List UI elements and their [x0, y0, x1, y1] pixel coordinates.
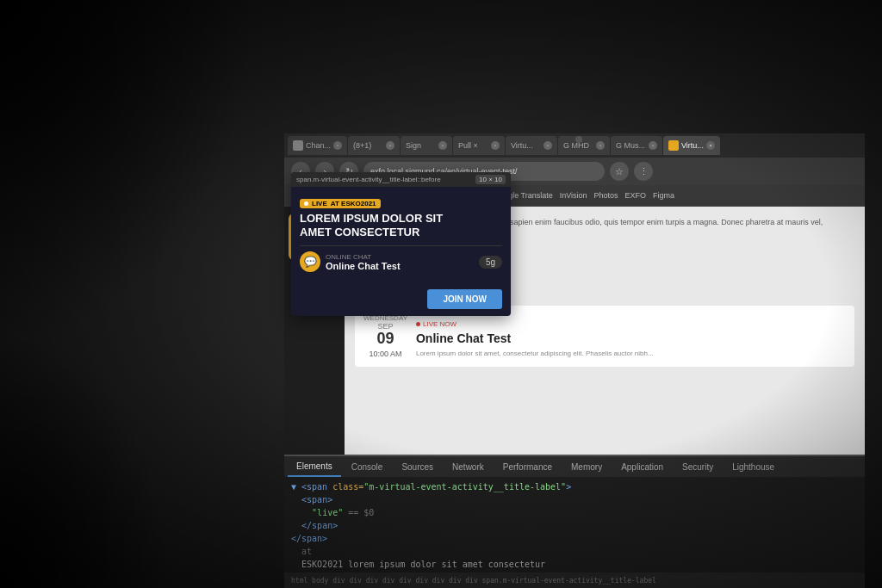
tab-close-icon[interactable]: × [649, 141, 657, 150]
devtools-line: <span> [291, 493, 858, 506]
event-details: LIVE NOW Online Chat Test Lorem ipsum do… [416, 314, 846, 358]
tab-close-icon[interactable]: × [543, 141, 552, 150]
devtools-tab-lighthouse[interactable]: Lighthouse [724, 456, 783, 477]
bookmarks-button[interactable]: ☆ [610, 162, 629, 181]
session-info: ONLINE CHAT Online Chat Test [326, 253, 474, 271]
devtools-tab-network[interactable]: Network [444, 456, 493, 477]
devtools-tab-sources[interactable]: Sources [393, 456, 442, 477]
event-description: Lorem ipsum dolor sit amet, consectetur … [416, 349, 846, 358]
activity-overlay: span.m-virtual-event-activity__title-lab… [291, 172, 511, 316]
tab-sign[interactable]: Sign × [401, 136, 452, 155]
tab-chan[interactable]: Chan... × [288, 136, 347, 155]
tab-favicon [293, 140, 303, 151]
monitor-frame: Chan... × (8+1) × Sign × Pull × × Virtu.… [0, 0, 882, 588]
activity-live-badge: LIVE AT ESKO2021 [300, 199, 381, 208]
devtools-tabs: Elements Console Sources Network Perform… [284, 456, 865, 477]
session-type: ONLINE CHAT [326, 253, 474, 261]
session-name: Online Chat Test [326, 261, 474, 271]
devtools-tab-console[interactable]: Console [343, 456, 392, 477]
devtools-tab-memory[interactable]: Memory [562, 456, 611, 477]
event-live-badge: LIVE NOW [416, 320, 457, 328]
devtools-tab-security[interactable]: Security [674, 456, 722, 477]
devtools-status-bar: html body div div div div div div div di… [284, 573, 865, 588]
event-title: Online Chat Test [416, 331, 846, 345]
devtools-tab-elements[interactable]: Elements [288, 456, 341, 477]
devtools-panel: Elements Console Sources Network Perform… [284, 455, 865, 588]
tab-mus[interactable]: G Mus... × [611, 136, 662, 155]
tab-mhd[interactable]: G MHD × [558, 136, 610, 155]
devtools-tab-performance[interactable]: Performance [494, 456, 561, 477]
event-month-day: 09 [363, 331, 407, 346]
activity-header: LIVE AT ESKO2021 LOREM IPSUM DOLOR SIT A… [291, 187, 511, 282]
webcam-dot [575, 136, 582, 143]
devtools-tab-application[interactable]: Application [612, 456, 672, 477]
tab-close-icon[interactable]: × [491, 141, 500, 150]
tab-close-icon[interactable]: × [386, 141, 394, 150]
devtools-line: ▼ <span class="m-virtual-event-activity_… [291, 480, 858, 493]
menu-button[interactable]: ⋮ [634, 162, 653, 181]
tab-bar: Chan... × (8+1) × Sign × Pull × × Virtu.… [284, 133, 865, 158]
tooltip-selector: span.m-virtual-event-activity__title-lab… [296, 176, 441, 183]
bookmark-figma[interactable]: Figma [653, 191, 674, 200]
activity-session: 💬 ONLINE CHAT Online Chat Test 5g [300, 245, 502, 277]
tab-close-icon[interactable]: × [438, 141, 447, 150]
tab-close-icon[interactable]: × [333, 141, 342, 150]
bookmark-photos[interactable]: Photos [594, 191, 618, 200]
tab-close-icon[interactable]: × [596, 141, 605, 150]
session-icon: 💬 [300, 251, 320, 272]
join-button-area: JOIN NOW [291, 282, 511, 316]
event-date: WEDNESDAY SEP 09 10:00 AM [363, 314, 407, 358]
tab-8plus[interactable]: (8+1) × [348, 136, 400, 155]
session-timer: 5g [479, 256, 502, 269]
devtools-line: ESKO2021 lorem ipsum dolor sit amet cons… [291, 558, 858, 571]
tooltip-bar: span.m-virtual-event-activity__title-lab… [291, 172, 511, 187]
devtools-line: "live" == $0 [291, 506, 858, 519]
activity-title: LOREM IPSUM DOLOR SIT AMET CONSECTETUR [300, 212, 502, 238]
live-dot-icon [416, 322, 420, 326]
live-dot-icon [304, 201, 308, 206]
tab-pull[interactable]: Pull × × [453, 136, 505, 155]
devtools-line: </span> [291, 532, 858, 545]
tab-virtu1[interactable]: Virtu... × [506, 136, 557, 155]
join-now-button[interactable]: JOIN NOW [427, 289, 502, 309]
tab-close-icon[interactable]: × [706, 141, 715, 150]
devtools-line: </span> [291, 519, 858, 532]
tooltip-size: 10 × 10 [475, 175, 506, 184]
tab-favicon-active [668, 140, 679, 151]
bookmark-invision[interactable]: InVision [560, 191, 587, 200]
event-time: 10:00 AM [363, 350, 407, 358]
bookmark-exfo[interactable]: EXFO [625, 191, 647, 200]
devtools-body: ▼ <span class="m-virtual-event-activity_… [284, 477, 865, 588]
devtools-line: at [291, 545, 858, 558]
tab-active[interactable]: Virtu... × [663, 136, 720, 155]
